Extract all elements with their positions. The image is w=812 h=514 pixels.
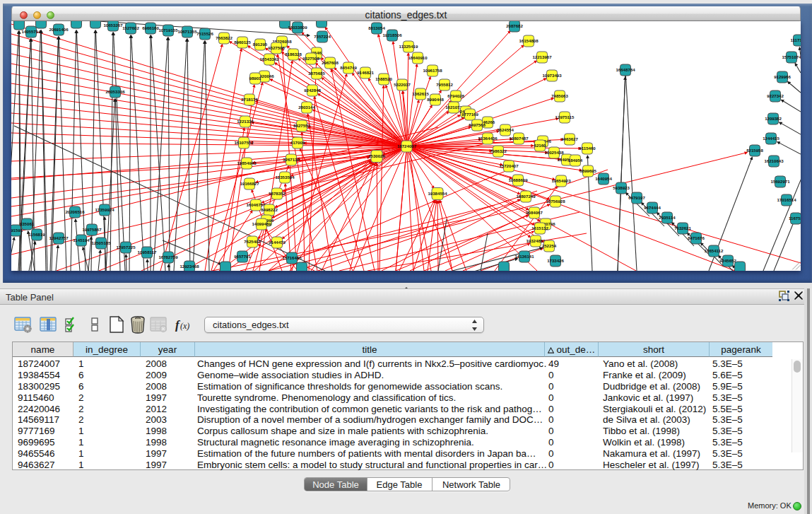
svg-text:8960125: 8960125 xyxy=(234,40,251,45)
svg-text:7663822: 7663822 xyxy=(216,35,233,40)
svg-text:19854943: 19854943 xyxy=(237,160,257,165)
svg-text:7515526: 7515526 xyxy=(196,31,213,36)
svg-text:18640910: 18640910 xyxy=(408,55,428,60)
svg-text:10961758: 10961758 xyxy=(423,68,442,73)
svg-text:12942757: 12942757 xyxy=(49,235,69,240)
svg-text:116753: 116753 xyxy=(789,216,801,221)
svg-text:19324851: 19324851 xyxy=(526,238,546,243)
svg-text:18807249: 18807249 xyxy=(516,194,536,199)
svg-text:10973493: 10973493 xyxy=(542,73,562,78)
svg-text:10756928: 10756928 xyxy=(546,199,565,204)
svg-text:19384554: 19384554 xyxy=(428,191,447,196)
svg-text:14055714: 14055714 xyxy=(21,29,41,34)
svg-text:11325419: 11325419 xyxy=(399,44,418,49)
svg-text:6899695: 6899695 xyxy=(579,168,596,173)
svg-text:16154808: 16154808 xyxy=(519,38,539,43)
svg-text:835061: 835061 xyxy=(20,221,35,226)
svg-text:12923468: 12923468 xyxy=(180,264,199,269)
svg-text:8498222: 8498222 xyxy=(261,207,278,212)
svg-text:9245652: 9245652 xyxy=(719,258,736,263)
svg-text:16033809: 16033809 xyxy=(288,25,307,30)
svg-text:1156819: 1156819 xyxy=(28,232,45,237)
svg-text:15692971: 15692971 xyxy=(770,179,790,184)
svg-text:7357224: 7357224 xyxy=(314,34,331,39)
svg-text:9146821: 9146821 xyxy=(357,70,374,75)
svg-text:20053346: 20053346 xyxy=(105,89,125,94)
svg-text:2530026: 2530026 xyxy=(368,153,385,158)
svg-text:10719155: 10719155 xyxy=(158,28,178,33)
svg-text:16543342: 16543342 xyxy=(259,57,279,62)
svg-text:8215958: 8215958 xyxy=(746,148,763,153)
svg-text:1733426: 1733426 xyxy=(547,258,564,263)
svg-text:6794028: 6794028 xyxy=(447,93,464,98)
svg-text:9129966: 9129966 xyxy=(774,74,791,79)
svg-text:2967608: 2967608 xyxy=(322,60,339,65)
svg-text:3624554: 3624554 xyxy=(497,127,514,132)
svg-text:1527602: 1527602 xyxy=(122,25,139,30)
svg-text:5878352: 5878352 xyxy=(269,191,286,196)
svg-text:12353594: 12353594 xyxy=(275,175,295,180)
svg-text:10807487: 10807487 xyxy=(509,136,529,141)
svg-text:62160: 62160 xyxy=(534,143,547,148)
svg-text:10653267: 10653267 xyxy=(103,23,123,28)
svg-text:14099489: 14099489 xyxy=(252,221,271,226)
svg-text:9777169: 9777169 xyxy=(461,112,478,117)
svg-text:5938923: 5938923 xyxy=(613,185,630,190)
svg-text:(x): (x) xyxy=(180,321,189,331)
svg-text:19654923: 19654923 xyxy=(551,178,571,183)
svg-text:7955812: 7955812 xyxy=(436,82,453,87)
svg-text:15716485: 15716485 xyxy=(282,255,302,260)
svg-text:19218506: 19218506 xyxy=(382,33,402,37)
svg-text:16107552: 16107552 xyxy=(234,140,254,145)
svg-text:1615132: 1615132 xyxy=(531,226,548,230)
svg-text:2087682: 2087682 xyxy=(506,23,523,28)
svg-text:8990448: 8990448 xyxy=(427,97,444,102)
svg-text:19975867: 19975867 xyxy=(82,227,102,232)
svg-text:10025438: 10025438 xyxy=(544,150,564,155)
svg-text:7625402: 7625402 xyxy=(244,239,261,244)
svg-text:7485063: 7485063 xyxy=(551,93,568,98)
svg-text:2803144: 2803144 xyxy=(298,105,315,110)
svg-text:15720407: 15720407 xyxy=(499,163,519,168)
svg-text:9227342: 9227342 xyxy=(767,93,784,98)
svg-text:9474444: 9474444 xyxy=(644,205,661,210)
svg-text:2935114: 2935114 xyxy=(659,215,676,220)
svg-text:18724007: 18724007 xyxy=(397,144,417,148)
svg-text:16210643: 16210643 xyxy=(764,158,784,163)
svg-text:20206516: 20206516 xyxy=(65,209,85,214)
svg-text:252254: 252254 xyxy=(542,243,557,248)
svg-text:9657791: 9657791 xyxy=(234,254,251,259)
svg-text:12975115: 12975115 xyxy=(555,115,575,119)
svg-text:417004: 417004 xyxy=(290,140,305,145)
svg-text:5322037: 5322037 xyxy=(394,82,411,87)
svg-text:8471676: 8471676 xyxy=(688,235,705,240)
svg-text:1209382: 1209382 xyxy=(765,116,782,121)
svg-text:1640954: 1640954 xyxy=(595,176,612,181)
svg-text:1117104: 1117104 xyxy=(790,37,801,42)
svg-text:10654112: 10654112 xyxy=(705,248,724,253)
svg-text:10671355: 10671355 xyxy=(177,29,197,34)
svg-text:10688609: 10688609 xyxy=(508,177,528,182)
svg-text:3875685: 3875685 xyxy=(308,71,325,76)
svg-text:6497568: 6497568 xyxy=(469,122,486,127)
svg-text:17359924: 17359924 xyxy=(95,207,114,212)
svg-text:19166827: 19166827 xyxy=(240,181,259,186)
svg-text:8427552: 8427552 xyxy=(293,123,310,128)
svg-text:7986322: 7986322 xyxy=(490,148,507,153)
svg-text:2718176: 2718176 xyxy=(241,97,258,102)
svg-text:17016514: 17016514 xyxy=(777,197,796,202)
svg-text:9084067: 9084067 xyxy=(526,210,543,215)
svg-text:8186328: 8186328 xyxy=(285,52,302,57)
svg-text:9242848: 9242848 xyxy=(304,88,321,93)
svg-text:9327506: 9327506 xyxy=(268,45,285,50)
svg-text:8454749: 8454749 xyxy=(340,65,357,70)
svg-text:20691406: 20691406 xyxy=(49,27,69,32)
svg-text:9463627: 9463627 xyxy=(561,136,578,141)
svg-text:6479197: 6479197 xyxy=(628,195,645,200)
svg-text:10958117: 10958117 xyxy=(138,250,157,255)
svg-text:1145194: 1145194 xyxy=(73,238,90,243)
svg-text:15751074: 15751074 xyxy=(782,54,801,59)
svg-text:9327508: 9327508 xyxy=(302,56,319,61)
svg-text:21364436: 21364436 xyxy=(478,136,498,141)
svg-text:12213967: 12213967 xyxy=(532,54,552,59)
